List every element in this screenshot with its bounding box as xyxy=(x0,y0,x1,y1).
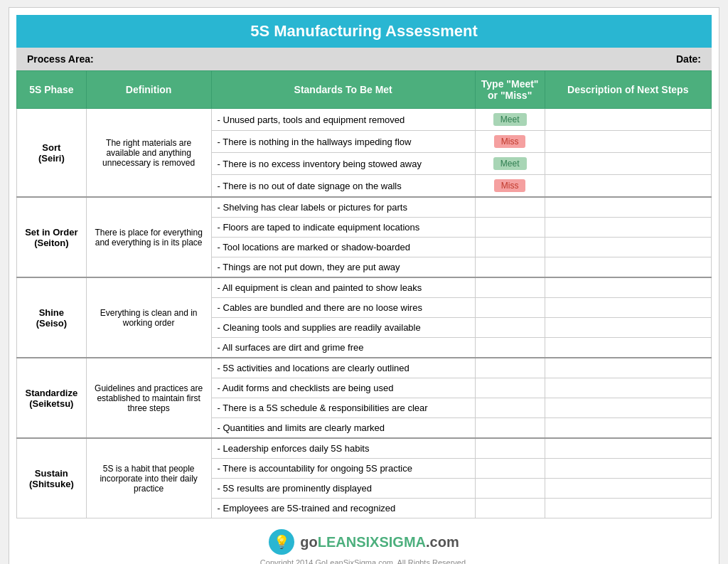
type-cell[interactable] xyxy=(475,318,545,338)
type-cell[interactable] xyxy=(475,238,545,257)
type-cell[interactable] xyxy=(475,459,545,479)
date-label: Date: xyxy=(676,53,701,65)
standard-cell: - Floors are taped to indicate equipment… xyxy=(211,218,475,238)
next-steps-cell[interactable] xyxy=(545,277,712,298)
table-row: Standardize (Seiketsu)Guidelines and pra… xyxy=(17,358,712,378)
next-steps-cell[interactable] xyxy=(545,238,712,257)
phase-cell: Set in Order (Seiton) xyxy=(17,197,87,277)
type-cell[interactable] xyxy=(475,277,545,298)
standard-cell: - Things are not put down, they are put … xyxy=(211,257,475,278)
table-row: Sort (Seiri)The right materials are avai… xyxy=(17,109,712,131)
standard-cell: - 5S results are prominently displayed xyxy=(211,479,475,499)
standard-cell: - Quantities and limits are clearly mark… xyxy=(211,418,475,439)
next-steps-cell[interactable] xyxy=(545,218,712,238)
next-steps-cell[interactable] xyxy=(545,378,712,398)
standard-cell: - Cables are bundled and there are no lo… xyxy=(211,298,475,318)
type-cell[interactable] xyxy=(475,218,545,238)
table-header-row: 5S Phase Definition Standards To Be Met … xyxy=(17,71,712,109)
standard-cell: - Employees are 5S-trained and recognize… xyxy=(211,499,475,518)
type-cell[interactable]: Miss xyxy=(475,175,545,198)
next-steps-cell[interactable] xyxy=(545,479,712,499)
phase-cell: Shine (Seiso) xyxy=(17,277,87,358)
header-type: Type "Meet" or "Miss" xyxy=(475,71,545,109)
table-row: Set in Order (Seiton)There is place for … xyxy=(17,197,712,218)
next-steps-cell[interactable] xyxy=(545,499,712,518)
table-row: Shine (Seiso)Everything is clean and in … xyxy=(17,277,712,298)
next-steps-cell[interactable] xyxy=(545,175,712,198)
standard-cell: - Tool locations are marked or shadow-bo… xyxy=(211,238,475,257)
main-title: 5S Manufacturing Assessment xyxy=(16,15,712,48)
standard-cell: - There is no excess inventory being sto… xyxy=(211,153,475,175)
standard-cell: - There is no out of date signage on the… xyxy=(211,175,475,198)
header-standards: Standards To Be Met xyxy=(211,71,475,109)
meta-row: Process Area: Date: xyxy=(16,48,712,70)
type-cell[interactable] xyxy=(475,358,545,378)
definition-cell: Everything is clean and in working order xyxy=(86,277,211,358)
standard-cell: - Shelving has clear labels or pictures … xyxy=(211,197,475,218)
meet-badge: Meet xyxy=(493,157,527,170)
type-cell[interactable] xyxy=(475,338,545,358)
standard-cell: - Unused parts, tools and equipment remo… xyxy=(211,109,475,131)
definition-cell: 5S is a habit that people incorporate in… xyxy=(86,438,211,518)
phase-cell: Standardize (Seiketsu) xyxy=(17,358,87,438)
footer-copyright: Copyright 2014 GoLeanSixSigma.com. All R… xyxy=(16,558,712,564)
standard-cell: - All equipment is clean and painted to … xyxy=(211,277,475,298)
type-cell[interactable]: Miss xyxy=(475,131,545,153)
standard-cell: - 5S activities and locations are clearl… xyxy=(211,358,475,378)
standard-cell: - There is a 5S schedule & responsibilit… xyxy=(211,398,475,418)
standard-cell: - Leadership enforces daily 5S habits xyxy=(211,438,475,459)
next-steps-cell[interactable] xyxy=(545,153,712,175)
header-definition: Definition xyxy=(86,71,211,109)
next-steps-cell[interactable] xyxy=(545,398,712,418)
definition-cell: Guidelines and practices are established… xyxy=(86,358,211,438)
next-steps-cell[interactable] xyxy=(545,438,712,459)
next-steps-cell[interactable] xyxy=(545,358,712,378)
phase-cell: Sustain (Shitsuke) xyxy=(17,438,87,518)
type-cell[interactable] xyxy=(475,479,545,499)
next-steps-cell[interactable] xyxy=(545,109,712,131)
next-steps-cell[interactable] xyxy=(545,197,712,218)
type-cell[interactable] xyxy=(475,257,545,278)
next-steps-cell[interactable] xyxy=(545,338,712,358)
standard-cell: - There is accountability for ongoing 5S… xyxy=(211,459,475,479)
type-cell[interactable] xyxy=(475,197,545,218)
type-cell[interactable] xyxy=(475,378,545,398)
standard-cell: - Cleaning tools and supplies are readil… xyxy=(211,318,475,338)
page-wrapper: 5S Manufacturing Assessment Process Area… xyxy=(9,7,719,564)
meet-badge: Meet xyxy=(493,113,527,126)
next-steps-cell[interactable] xyxy=(545,257,712,278)
header-next-steps: Description of Next Steps xyxy=(545,71,712,109)
type-cell[interactable] xyxy=(475,438,545,459)
type-cell[interactable] xyxy=(475,398,545,418)
footer-logo: 💡 goLEANSIXSIGMA.com xyxy=(16,529,712,555)
definition-cell: The right materials are available and an… xyxy=(86,109,211,198)
logo-icon: 💡 xyxy=(269,529,294,555)
type-cell[interactable]: Meet xyxy=(475,153,545,175)
next-steps-cell[interactable] xyxy=(545,298,712,318)
definition-cell: There is place for everything and everyt… xyxy=(86,197,211,277)
miss-badge: Miss xyxy=(494,135,526,148)
type-cell[interactable] xyxy=(475,418,545,439)
standard-cell: - There is nothing in the hallways imped… xyxy=(211,131,475,153)
assessment-table: 5S Phase Definition Standards To Be Met … xyxy=(16,70,712,518)
footer: 💡 goLEANSIXSIGMA.com Copyright 2014 GoLe… xyxy=(16,518,712,564)
header-phase: 5S Phase xyxy=(17,71,87,109)
phase-cell: Sort (Seiri) xyxy=(17,109,87,198)
type-cell[interactable] xyxy=(475,499,545,518)
process-area-label: Process Area: xyxy=(27,53,94,65)
next-steps-cell[interactable] xyxy=(545,318,712,338)
next-steps-cell[interactable] xyxy=(545,459,712,479)
logo-text: goLEANSIXSIGMA.com xyxy=(300,534,459,550)
next-steps-cell[interactable] xyxy=(545,131,712,153)
type-cell[interactable]: Meet xyxy=(475,109,545,131)
standard-cell: - Audit forms and checklists are being u… xyxy=(211,378,475,398)
standard-cell: - All surfaces are dirt and grime free xyxy=(211,338,475,358)
miss-badge: Miss xyxy=(494,179,526,192)
next-steps-cell[interactable] xyxy=(545,418,712,439)
table-row: Sustain (Shitsuke)5S is a habit that peo… xyxy=(17,438,712,459)
type-cell[interactable] xyxy=(475,298,545,318)
